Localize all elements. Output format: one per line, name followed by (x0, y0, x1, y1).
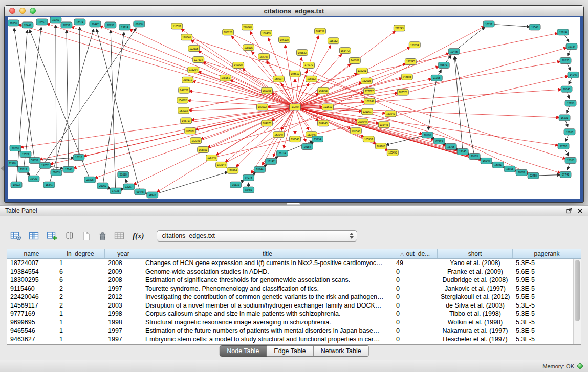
cell-year[interactable]: 1998 (105, 310, 142, 318)
graph-node[interactable]: 11926 (8, 160, 18, 166)
table-row[interactable]: 2242004622012Investigating the contribut… (7, 293, 581, 301)
graph-node[interactable]: 18341 (43, 182, 55, 188)
graph-node[interactable]: 185493 (387, 150, 398, 156)
graph-node[interactable]: 17148 (63, 166, 74, 172)
cell-out_degree[interactable]: 49 (393, 259, 438, 268)
graph-node[interactable]: 19914 (119, 24, 130, 30)
cell-short[interactable]: Nakamura et al. (1997) (438, 326, 513, 335)
column-header-short[interactable]: short (438, 249, 513, 258)
cell-in_degree[interactable]: 1 (56, 310, 105, 318)
cell-pagerank[interactable]: 5.5E-5 (513, 293, 581, 301)
graph-node[interactable]: 104645 (317, 120, 329, 126)
graph-node[interactable]: 15958 (565, 100, 576, 106)
graph-edge[interactable] (203, 48, 567, 149)
cell-in_degree[interactable]: 6 (56, 268, 105, 276)
graph-node[interactable]: 10769 (50, 17, 61, 23)
table-selector-dropdown[interactable]: citations_edges.txt (157, 230, 357, 242)
graph-node[interactable]: 146182 (349, 58, 360, 64)
cell-short[interactable]: Yano et al. (2008) (438, 259, 513, 268)
column-visibility-button[interactable] (29, 230, 39, 242)
cell-year[interactable]: 1997 (105, 335, 142, 344)
graph-node[interactable]: 19356 (8, 20, 19, 26)
graph-node[interactable]: 220049 (357, 119, 368, 125)
graph-node[interactable]: 16157 (61, 22, 72, 28)
graph-edge[interactable] (157, 107, 295, 192)
graph-node[interactable]: 17736 (110, 188, 121, 194)
graph-edge[interactable] (189, 91, 295, 107)
graph-edge[interactable] (199, 60, 561, 173)
graph-node[interactable]: 16768 (445, 144, 456, 150)
table-row[interactable]: 946362711997Embryonic stem cells: a mode… (7, 335, 581, 344)
graph-node[interactable]: 154797 (258, 54, 270, 60)
cell-short[interactable]: Wolkin et al. (1998) (438, 318, 513, 327)
cell-in_degree[interactable]: 1 (56, 318, 105, 327)
graph-node[interactable]: 21358 (431, 75, 442, 81)
cell-in_degree[interactable]: 1 (56, 326, 105, 335)
graph-node[interactable]: 81830 (134, 21, 145, 27)
cell-pagerank[interactable]: 5.3E-5 (513, 335, 581, 344)
column-header-in_degree[interactable]: in_degree (56, 249, 105, 258)
graph-node[interactable]: 108931 (185, 128, 196, 134)
graph-node[interactable]: 121610 (322, 104, 333, 110)
graph-node[interactable]: 18634 (147, 192, 158, 198)
graph-edge[interactable] (295, 54, 341, 107)
graph-node[interactable]: 59051 (29, 157, 40, 163)
cell-year[interactable]: 1997 (105, 285, 142, 293)
graph-edge[interactable] (428, 78, 437, 130)
graph-node[interactable]: 26260 (10, 145, 21, 151)
close-panel-button[interactable] (577, 208, 583, 214)
graph-node[interactable]: 121854 (409, 42, 420, 48)
graph-node[interactable]: 198515 (243, 45, 254, 51)
graph-node[interactable]: 26060 (97, 183, 108, 189)
cell-title[interactable]: Investigating the contribution of common… (142, 293, 393, 301)
graph-node[interactable]: 97278 (243, 174, 254, 181)
graph-node[interactable]: 67741 (560, 171, 571, 178)
graph-node[interactable]: 14145 (568, 72, 579, 78)
graph-node[interactable]: 190994 (227, 167, 238, 173)
graph-node[interactable]: 20205 (84, 177, 96, 183)
cell-year[interactable]: 2012 (105, 293, 142, 301)
cell-name[interactable]: 18724007 (7, 259, 56, 268)
table-row[interactable]: 1830029562008Estimation of significance … (7, 276, 581, 285)
cell-name[interactable]: 9463627 (7, 335, 56, 344)
column-header-out_degree[interactable]: △out_de... (393, 249, 438, 258)
graph-node[interactable]: 19154 (301, 144, 313, 150)
float-panel-button[interactable] (566, 208, 572, 214)
graph-node[interactable]: 93448 (135, 189, 146, 195)
graph-node[interactable]: 118132 (328, 38, 339, 44)
graph-edge[interactable] (67, 30, 69, 169)
graph-node[interactable]: 118551 (171, 23, 183, 29)
graph-node[interactable]: 195632 (306, 76, 317, 82)
cell-year[interactable]: 2009 (105, 268, 142, 276)
graph-node[interactable]: 125440 (206, 155, 217, 161)
graph-node[interactable]: 15529 (20, 151, 31, 158)
graph-node[interactable]: 155472 (339, 48, 351, 54)
graph-node[interactable]: 183002 (178, 107, 189, 114)
graph-edge[interactable] (295, 90, 561, 107)
graph-node[interactable]: 196717 (181, 118, 192, 124)
cell-title[interactable]: Genome-wide association studies in ADHD. (142, 268, 393, 276)
cell-pagerank[interactable]: 5.3E-5 (513, 310, 581, 318)
graph-node[interactable]: 16236 (105, 22, 116, 28)
graph-node[interactable]: 159106 (262, 87, 273, 94)
graph-node[interactable]: 142000 (233, 62, 244, 69)
column-header-name[interactable]: name (7, 249, 56, 258)
graph-node[interactable]: 16291 (559, 115, 570, 121)
cell-title[interactable]: Tourette syndrome. Phenomenology and cla… (142, 285, 393, 293)
graph-edge[interactable] (454, 57, 463, 152)
cell-short[interactable]: Stergiakouli et al. (2012) (438, 293, 513, 301)
graph-edge[interactable] (79, 27, 80, 158)
cell-out_degree[interactable]: 0 (393, 318, 438, 327)
graph-node[interactable]: 195832 (296, 50, 308, 56)
table-row[interactable]: 946554611997Estimation of the future num… (7, 326, 581, 335)
table-scrollbar[interactable] (573, 259, 581, 344)
graph-node[interactable]: 116294 (188, 67, 199, 73)
graph-node[interactable]: 104152 (314, 28, 325, 34)
cell-pagerank[interactable]: 5.3E-5 (513, 326, 581, 335)
column-header-title[interactable]: title (142, 249, 393, 258)
graph-edge[interactable] (295, 57, 301, 107)
cell-out_degree[interactable]: 0 (393, 268, 438, 276)
cell-in_degree[interactable]: 1 (56, 335, 105, 344)
graph-edge[interactable] (295, 78, 402, 107)
graph-edge[interactable] (222, 27, 485, 165)
